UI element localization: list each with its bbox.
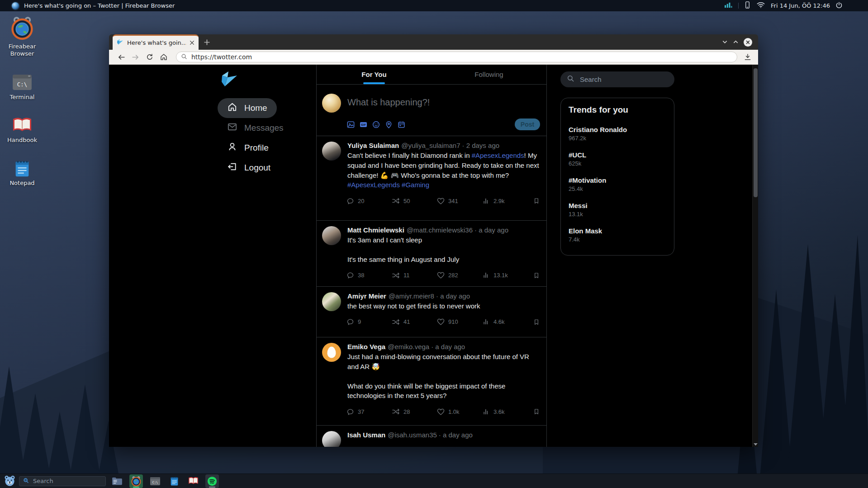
tweet[interactable]: Yuliya Sulaiman@yuliya_sulaiman7· 2 days…	[317, 136, 546, 221]
tab-close-icon[interactable]	[190, 40, 194, 45]
reply-button[interactable]: 9	[346, 318, 392, 326]
wifi-icon[interactable]	[756, 1, 765, 10]
taskbar-search[interactable]	[19, 476, 106, 486]
bookmark-button[interactable]	[533, 318, 540, 326]
scrollbar-down-icon[interactable]	[753, 443, 758, 446]
views-stat[interactable]: 4.6k	[482, 318, 532, 326]
nav-item-messages[interactable]: Messages	[218, 118, 293, 138]
trend-item[interactable]: Cristiano Ronaldo 967.2k	[569, 126, 666, 142]
desktop-icon-firebear[interactable]: Fireabear Browser	[3, 15, 42, 58]
tweet-author[interactable]: Isah Usman	[347, 431, 385, 439]
address-bar[interactable]	[176, 52, 737, 62]
phone-icon[interactable]	[744, 1, 751, 11]
downloads-icon[interactable]	[744, 53, 752, 61]
like-button[interactable]: 1.0k	[437, 408, 482, 416]
hashtag-link[interactable]: #ApesexLegends	[347, 181, 400, 189]
tweet[interactable]: Amiyr Meier@amiyr.meier8· a day ago the …	[317, 287, 546, 337]
trend-item[interactable]: Messi 13.1k	[569, 202, 666, 218]
retweet-button[interactable]: 41	[392, 318, 437, 326]
tweet-actions: 9 41 910 4.6k	[346, 318, 540, 332]
browser-tab[interactable]: Here's what's goin...	[113, 34, 199, 50]
nav-item-home[interactable]: Home	[218, 98, 277, 118]
tweet-author[interactable]: Amiyr Meier	[347, 292, 386, 300]
new-tab-button[interactable]	[199, 34, 215, 50]
taskbar-spotify-icon[interactable]	[205, 474, 219, 488]
tweet-avatar[interactable]	[322, 226, 341, 245]
like-button[interactable]: 282	[437, 271, 482, 279]
tab-for-you[interactable]: For You	[317, 65, 432, 84]
twotter-logo-bird-icon[interactable]	[220, 70, 317, 90]
taskbar-files-icon[interactable]	[110, 474, 124, 488]
search-icon	[23, 477, 29, 485]
nav-item-logout[interactable]: Logout	[218, 158, 280, 178]
reply-button[interactable]: 20	[346, 197, 392, 205]
desktop-icon-terminal[interactable]: C:\ Terminal	[3, 73, 42, 101]
schedule-icon[interactable]	[397, 120, 406, 129]
emoji-icon[interactable]	[372, 120, 380, 129]
hashtag-link[interactable]: #ApesexLegends	[472, 152, 524, 159]
tweet[interactable]: Emiko Vega@emiko.vega· a day ago Just ha…	[317, 337, 546, 426]
current-user-avatar[interactable]	[322, 94, 341, 113]
retweet-count: 28	[403, 408, 410, 415]
sidebar-search-input[interactable]	[579, 75, 671, 84]
tweet-text-segment: Can't believe I finally hit Diamond rank…	[347, 152, 472, 159]
like-button[interactable]: 341	[437, 197, 482, 205]
image-icon[interactable]	[346, 120, 355, 129]
desktop-icon-notepad[interactable]: Notepad	[3, 159, 42, 187]
tweet-avatar[interactable]	[322, 431, 341, 447]
nav-item-profile[interactable]: Profile	[218, 138, 278, 158]
like-count: 282	[448, 272, 458, 279]
retweet-button[interactable]: 28	[392, 407, 437, 416]
tweet[interactable]: Isah Usman@isah.usman35· a day ago	[317, 426, 546, 447]
tweet-author[interactable]: Matt Chmielewski	[347, 226, 404, 234]
tweet-avatar[interactable]	[322, 142, 341, 161]
gif-icon[interactable]: GIF	[359, 120, 368, 129]
taskbar-search-input[interactable]	[32, 477, 111, 485]
retweet-button[interactable]: 50	[392, 197, 437, 205]
reload-button[interactable]	[143, 51, 156, 63]
taskbar-terminal-icon[interactable]: C:\	[148, 474, 162, 488]
trend-item[interactable]: Elon Mask 7.4k	[569, 227, 666, 243]
taskbar-notepad-icon[interactable]	[167, 474, 181, 488]
trend-item[interactable]: #UCL 625k	[569, 151, 666, 167]
location-icon[interactable]	[384, 120, 393, 129]
taskbar-handbook-icon[interactable]	[186, 474, 200, 488]
home-button[interactable]	[157, 51, 170, 63]
sidebar-search[interactable]	[560, 71, 674, 87]
taskbar-firebear-browser-icon[interactable]	[129, 474, 143, 488]
tab-following[interactable]: Following	[432, 65, 546, 84]
start-menu-bear-icon[interactable]	[3, 474, 16, 488]
reply-button[interactable]: 37	[346, 408, 392, 416]
network-activity-icon[interactable]	[724, 1, 733, 10]
tweet-avatar[interactable]	[322, 343, 341, 362]
compose-placeholder[interactable]: What is happening?!	[347, 94, 430, 113]
views-stat[interactable]: 13.1k	[482, 271, 532, 279]
views-stat[interactable]: 3.6k	[482, 408, 532, 416]
tweet-author[interactable]: Emiko Vega	[347, 343, 385, 351]
hashtag-link[interactable]: #Gaming	[402, 181, 429, 189]
tweet-author[interactable]: Yuliya Sulaiman	[347, 142, 399, 149]
post-button[interactable]: Post	[515, 118, 540, 130]
reply-button[interactable]: 38	[346, 271, 392, 279]
power-icon[interactable]	[835, 1, 843, 10]
window-roll-down-icon[interactable]	[722, 38, 728, 47]
bookmark-button[interactable]	[533, 197, 540, 204]
retweet-button[interactable]: 11	[392, 271, 437, 280]
scrollbar-thumb[interactable]	[754, 68, 758, 197]
window-close-icon[interactable]	[744, 38, 752, 47]
bookmark-button[interactable]	[533, 272, 540, 279]
trend-count: 25.4k	[569, 185, 666, 192]
desktop-icon-handbook[interactable]: Handbook	[3, 116, 42, 144]
back-button[interactable]	[115, 51, 128, 63]
trend-item[interactable]: #Motivation 25.4k	[569, 176, 666, 192]
forward-button[interactable]	[129, 51, 142, 63]
tweet-avatar[interactable]	[322, 292, 341, 311]
url-input[interactable]	[190, 53, 732, 61]
page-scrollbar[interactable]	[752, 65, 758, 447]
tweet[interactable]: Matt Chmielewski@matt.chmielewski36· a d…	[317, 221, 546, 287]
views-stat[interactable]: 2.9k	[482, 197, 532, 205]
bookmark-button[interactable]	[533, 408, 540, 415]
window-roll-up-icon[interactable]	[733, 38, 739, 47]
clock[interactable]: Fri 14 Jun, ÖÖ 12:46	[771, 2, 830, 9]
like-button[interactable]: 910	[437, 318, 482, 326]
